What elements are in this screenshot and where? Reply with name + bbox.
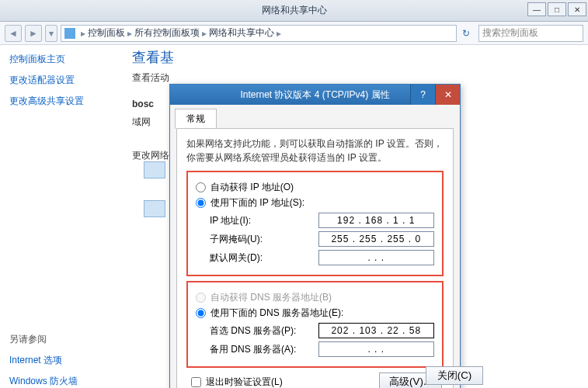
radio-manual-dns[interactable] bbox=[196, 308, 206, 318]
dns-settings-group: 自动获得 DNS 服务器地址(B) 使用下面的 DNS 服务器地址(E): 首选… bbox=[186, 281, 444, 368]
default-gateway-input[interactable]: . . . bbox=[318, 250, 434, 265]
breadcrumb-seg-all-items[interactable]: 所有控制面板项 bbox=[134, 26, 200, 40]
control-panel-icon bbox=[64, 28, 75, 39]
radio-auto-dns bbox=[196, 293, 206, 303]
nav-windows-firewall[interactable]: Windows 防火墙 bbox=[9, 375, 118, 388]
breadcrumb-sep: ▸ bbox=[125, 28, 134, 39]
dialog-tabstrip: 常规 bbox=[170, 108, 460, 128]
dialog-title: Internet 协议版本 4 (TCP/IPv4) 属性 bbox=[240, 88, 389, 102]
refresh-button[interactable]: ↻ bbox=[460, 28, 472, 39]
alternate-dns-label: 备用 DNS 服务器(A): bbox=[210, 343, 318, 356]
nav-change-adapter[interactable]: 更改适配器设置 bbox=[9, 74, 118, 87]
background-labels: 查看活动 bosc 域网 更改网络 bbox=[132, 71, 169, 168]
page-heading-partial: 查看基 bbox=[132, 48, 174, 67]
radio-auto-dns-label: 自动获得 DNS 服务器地址(B) bbox=[210, 291, 332, 304]
dialog-help-button[interactable]: ? bbox=[410, 85, 435, 105]
ipv4-properties-dialog: Internet 协议版本 4 (TCP/IPv4) 属性 ? ✕ 常规 如果网… bbox=[169, 84, 461, 388]
ip-address-label: IP 地址(I): bbox=[210, 214, 318, 227]
dialog-description: 如果网络支持此功能，则可以获取自动指派的 IP 设置。否则，你需要从网络系统管理… bbox=[186, 137, 444, 165]
network-icons-column bbox=[144, 161, 165, 239]
default-gateway-label: 默认网关(D): bbox=[210, 251, 318, 265]
radio-manual-ip-label: 使用下面的 IP 地址(S): bbox=[210, 196, 304, 210]
radio-auto-ip-label: 自动获得 IP 地址(O) bbox=[210, 181, 294, 194]
validate-on-exit-checkbox[interactable] bbox=[191, 377, 201, 387]
dialog-body: 如果网络支持此功能，则可以获取自动指派的 IP 设置。否则，你需要从网络系统管理… bbox=[176, 128, 454, 388]
preferred-dns-label: 首选 DNS 服务器(P): bbox=[210, 324, 318, 338]
nav-control-panel-home[interactable]: 控制面板主页 bbox=[9, 53, 118, 66]
breadcrumb-seg-control-panel[interactable]: 控制面板 bbox=[88, 26, 125, 40]
tab-general[interactable]: 常规 bbox=[175, 109, 217, 129]
radio-manual-dns-label: 使用下面的 DNS 服务器地址(E): bbox=[210, 307, 343, 320]
search-input[interactable]: 搜索控制面板 bbox=[478, 25, 583, 42]
validate-on-exit-label: 退出时验证设置(L) bbox=[206, 376, 283, 388]
dialog-close-button[interactable]: ✕ bbox=[435, 85, 460, 105]
ip-address-input[interactable]: 192 . 168 . 1 . 1 bbox=[318, 213, 434, 228]
dialog-titlebar: Internet 协议版本 4 (TCP/IPv4) 属性 ? ✕ bbox=[170, 85, 460, 105]
nav-dropdown-button[interactable]: ▾ bbox=[45, 25, 57, 42]
radio-auto-ip[interactable] bbox=[196, 182, 206, 192]
see-also-header: 另请参阅 bbox=[9, 333, 118, 346]
bg-active-label: 查看活动 bbox=[132, 71, 169, 85]
nav-internet-options[interactable]: Internet 选项 bbox=[9, 354, 118, 367]
breadcrumb-seg-network-center[interactable]: 网络和共享中心 bbox=[209, 26, 274, 40]
ip-settings-group: 自动获得 IP 地址(O) 使用下面的 IP 地址(S): IP 地址(I): … bbox=[186, 171, 444, 276]
left-nav: 控制面板主页 更改适配器设置 更改高级共享设置 另请参阅 Internet 选项… bbox=[9, 53, 118, 388]
close-button[interactable]: ✕ bbox=[568, 2, 586, 16]
bg-change-net-label: 更改网络 bbox=[132, 149, 169, 162]
breadcrumb-sep: ▸ bbox=[200, 28, 209, 39]
maximize-button[interactable]: □ bbox=[548, 2, 566, 16]
nav-back-button[interactable]: ◄ bbox=[5, 25, 22, 42]
parent-window-titlebar: 网络和共享中心 — □ ✕ bbox=[0, 0, 588, 22]
behind-close-button[interactable]: 关闭(C) bbox=[426, 366, 483, 385]
search-placeholder: 搜索控制面板 bbox=[482, 26, 538, 40]
bg-domain-label: 域网 bbox=[132, 116, 169, 129]
network-icon bbox=[144, 200, 165, 217]
alternate-dns-input[interactable]: . . . bbox=[318, 341, 434, 357]
navigation-toolbar: ◄ ► ▾ ▸ 控制面板 ▸ 所有控制面板项 ▸ 网络和共享中心 ▸ ↻ 搜索控… bbox=[0, 22, 588, 45]
nav-advanced-sharing[interactable]: 更改高级共享设置 bbox=[9, 95, 118, 108]
breadcrumb-sep: ▸ bbox=[274, 28, 284, 39]
breadcrumb-sep: ▸ bbox=[78, 28, 88, 39]
subnet-mask-input[interactable]: 255 . 255 . 255 . 0 bbox=[318, 231, 434, 247]
subnet-mask-label: 子网掩码(U): bbox=[210, 233, 318, 246]
nav-forward-button[interactable]: ► bbox=[25, 25, 42, 42]
breadcrumb[interactable]: ▸ 控制面板 ▸ 所有控制面板项 ▸ 网络和共享中心 ▸ bbox=[61, 25, 457, 42]
minimize-button[interactable]: — bbox=[527, 2, 546, 16]
network-icon bbox=[144, 161, 165, 178]
radio-manual-ip[interactable] bbox=[196, 198, 206, 208]
bg-bosc-label: bosc bbox=[132, 99, 169, 109]
parent-window-title: 网络和共享中心 bbox=[262, 4, 327, 17]
preferred-dns-input[interactable]: 202 . 103 . 22 . 58 bbox=[318, 323, 434, 338]
